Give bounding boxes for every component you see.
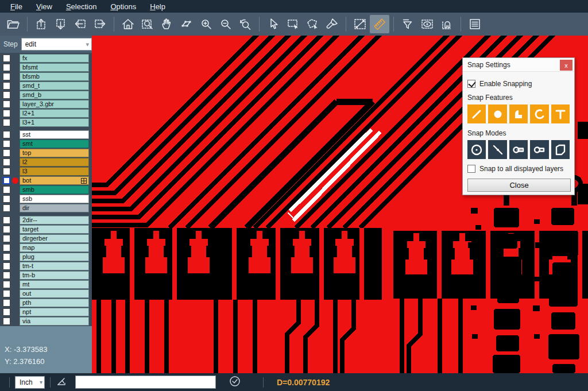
zoom-in-icon[interactable] <box>196 15 216 33</box>
layer-row-layer_3.gbr[interactable]: layer_3.gbr <box>0 100 92 109</box>
layer-visibility-checkbox[interactable] <box>3 100 10 108</box>
layer-name[interactable]: layer_3.gbr <box>20 100 89 109</box>
layer-row-l3+1[interactable]: l3+1 <box>0 118 92 127</box>
midpoint-snap-icon[interactable] <box>488 140 506 159</box>
layer-row-out[interactable]: out <box>0 289 92 298</box>
rect-select-icon[interactable] <box>283 15 303 33</box>
zoom-object-icon[interactable] <box>177 15 196 33</box>
layer-visibility-checkbox[interactable] <box>3 308 10 316</box>
layer-visibility-checkbox[interactable] <box>3 318 10 325</box>
pan-right-icon[interactable] <box>90 15 110 33</box>
menu-item-file[interactable]: File <box>5 1 28 12</box>
layer-row-l2[interactable]: l2 <box>0 158 92 167</box>
layer-row-dir[interactable]: dir <box>0 204 92 212</box>
command-input[interactable] <box>75 375 216 389</box>
layer-visibility-checkbox[interactable] <box>3 168 10 175</box>
layer-row-dirgerber[interactable]: dirgerber <box>0 234 92 243</box>
report-icon[interactable] <box>465 15 485 33</box>
close-button[interactable]: Close <box>467 179 571 192</box>
enable-snapping-checkbox-row[interactable]: Enable Snapping <box>467 80 570 88</box>
layer-name[interactable]: tm-t <box>20 262 89 270</box>
layer-row-l3[interactable]: l3 <box>0 167 92 176</box>
slot-outline-snap-icon[interactable] <box>530 140 548 159</box>
layer-visibility-checkbox[interactable] <box>3 281 10 288</box>
layer-row-smd_b[interactable]: smd_b <box>0 91 92 99</box>
clean-brush-icon[interactable] <box>322 15 342 33</box>
layer-row-tm-b[interactable]: tm-b <box>0 271 92 280</box>
layer-name[interactable]: out <box>20 289 89 298</box>
layer-visibility-checkbox[interactable] <box>3 186 10 193</box>
menu-item-view[interactable]: View <box>30 1 58 12</box>
ruler-icon[interactable] <box>370 15 389 33</box>
layer-row-mt[interactable]: mt <box>0 280 92 289</box>
layer-row-bfsmb[interactable]: bfsmb <box>0 72 92 81</box>
all-layers-checkbox-row[interactable]: Snap to all displayed layers <box>467 165 570 173</box>
layer-name[interactable]: l3 <box>20 167 89 176</box>
layer-row-pth[interactable]: pth <box>0 299 92 307</box>
corner-snap-icon[interactable] <box>551 140 570 159</box>
text-snap-icon[interactable] <box>551 104 570 123</box>
pan-hand-icon[interactable] <box>157 15 177 33</box>
layer-visibility-checkbox[interactable] <box>3 82 10 90</box>
slot-center-snap-icon[interactable] <box>509 140 528 159</box>
pan-down-icon[interactable] <box>51 15 71 33</box>
menu-item-options[interactable]: Options <box>105 1 142 12</box>
layer-visibility-checkbox[interactable] <box>3 195 10 203</box>
layer-row-ssb[interactable]: ssb <box>0 195 92 203</box>
zoom-previous-icon[interactable] <box>235 15 255 33</box>
layer-name[interactable]: 2dir-- <box>20 216 89 224</box>
layer-row-top[interactable]: top <box>0 149 92 157</box>
center-snap-icon[interactable] <box>467 140 486 159</box>
pan-up-icon[interactable] <box>32 15 51 33</box>
layer-name[interactable]: ssb <box>20 195 89 203</box>
layer-visibility-checkbox[interactable] <box>3 73 10 80</box>
unit-select[interactable]: Inch ▾ <box>15 376 45 389</box>
layer-row-smb[interactable]: smb <box>0 185 92 194</box>
layer-name[interactable]: top <box>20 149 89 157</box>
line-snap-icon[interactable] <box>467 104 486 123</box>
step-select[interactable]: edit ▾ <box>21 38 92 51</box>
layer-row-tm-t[interactable]: tm-t <box>0 262 92 270</box>
select-cursor-icon[interactable] <box>264 15 283 33</box>
layer-visibility-checkbox[interactable] <box>3 262 10 270</box>
layer-name[interactable]: smb <box>20 185 89 194</box>
layer-visibility-checkbox[interactable] <box>3 119 10 126</box>
layer-visibility-checkbox[interactable] <box>3 290 10 297</box>
layer-visibility-checkbox[interactable] <box>3 272 10 279</box>
layer-row-smd_t[interactable]: smd_t <box>0 82 92 90</box>
layer-visibility-checkbox[interactable] <box>3 55 10 62</box>
layer-row-bfsmt[interactable]: bfsmt <box>0 63 92 72</box>
layer-name[interactable]: mt <box>20 280 89 289</box>
apply-check-icon[interactable] <box>229 375 241 390</box>
layer-row-target[interactable]: target <box>0 225 92 234</box>
filter-icon[interactable] <box>398 15 417 33</box>
layer-visibility-checkbox[interactable] <box>3 158 10 166</box>
layer-visibility-checkbox[interactable] <box>3 299 10 307</box>
layer-name[interactable]: bfsmb <box>20 72 89 81</box>
layer-visibility-checkbox[interactable] <box>3 64 10 71</box>
poly-select-icon[interactable] <box>303 15 322 33</box>
zoom-out-icon[interactable] <box>216 15 235 33</box>
layer-name[interactable]: smd_t <box>20 82 89 90</box>
layer-visibility-checkbox[interactable] <box>3 91 10 99</box>
layer-row-map[interactable]: map <box>0 243 92 252</box>
layer-visibility-checkbox[interactable] <box>3 140 10 148</box>
pad-snap-icon[interactable] <box>509 104 528 123</box>
circle-snap-icon[interactable] <box>488 104 506 123</box>
measure-line-icon[interactable] <box>350 15 370 33</box>
layer-visibility-checkbox[interactable] <box>3 226 10 233</box>
home-view-icon[interactable] <box>118 15 138 33</box>
layer-visibility-checkbox[interactable] <box>3 235 10 242</box>
layer-row-bot[interactable]: bot <box>0 176 92 185</box>
layer-name[interactable]: target <box>20 225 89 234</box>
layer-row-smt[interactable]: smt <box>0 140 92 148</box>
layer-name[interactable]: map <box>20 243 89 252</box>
layer-visibility-checkbox[interactable] <box>3 253 10 261</box>
layer-visibility-checkbox[interactable] <box>3 216 10 224</box>
layer-name[interactable]: l2 <box>20 158 89 167</box>
arc-snap-icon[interactable] <box>530 104 548 123</box>
layer-visibility-checkbox[interactable] <box>3 149 10 157</box>
all-layers-checkbox[interactable] <box>467 165 475 173</box>
layer-name[interactable]: plug <box>20 253 89 261</box>
layer-name[interactable]: l3+1 <box>20 118 89 127</box>
